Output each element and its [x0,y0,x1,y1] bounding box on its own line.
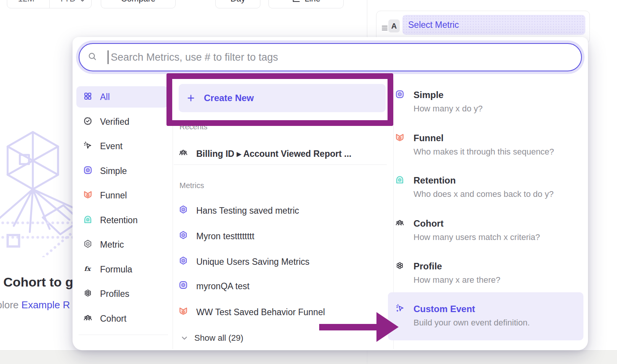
retention-icon [83,215,94,225]
footer-strip [0,350,617,364]
create-new-button[interactable]: Create New [179,84,386,112]
funnel-icon [395,133,406,143]
metric-hexagon-icon [179,256,190,267]
line-chart-icon [292,0,301,3]
select-metric-label: Select Metric [408,20,459,30]
sidebar-item-profiles[interactable]: Profiles [76,283,168,304]
metric-item[interactable]: Unique Users Saving Metrics [179,253,387,270]
profiles-icon [83,288,94,299]
metric-hexagon-icon [179,230,190,242]
show-all-button[interactable]: Show all (29) [180,332,243,345]
metrics-section-label: Metrics [179,181,204,190]
recents-section-label: Recents [179,122,207,131]
plus-icon [186,93,195,103]
retention-icon [395,175,406,186]
date-range-ytd[interactable]: YTD [53,0,92,4]
metric-item[interactable]: Hans Testing saved metric [179,202,387,219]
sidebar-item-formula[interactable]: Formula [76,259,168,280]
query-row-badge: A [388,19,400,32]
profiles-icon [395,261,406,272]
recent-item-billing[interactable]: Billing ID ▸ Account Viewed Report ... [179,145,387,162]
sidebar-item-cohort[interactable]: Cohort [76,308,168,329]
sidebar-item-verified[interactable]: Verified [76,111,168,132]
simple-metric-icon [83,166,94,176]
metric-item[interactable]: myronQA test [179,278,387,295]
grid-icon [83,92,94,102]
funnel-icon [179,306,190,318]
tag-icon [83,350,94,350]
simple-metric-icon [395,90,406,100]
cohort-icon [395,218,406,229]
type-row-funnel[interactable]: Funnel Who makes it through this sequenc… [395,133,581,157]
text-cursor [108,50,108,64]
funnel-icon [83,190,94,201]
drag-handle-icon[interactable] [381,24,388,31]
sidebar-item-retention[interactable]: Retention [76,209,168,231]
type-row-cohort[interactable]: Cohort How many users match x criteria? [395,218,581,242]
sidebar-item-all[interactable]: All [76,86,168,108]
cohort-icon [179,148,190,159]
sidebar-item-event[interactable]: Event [76,135,168,157]
search-icon [88,52,99,63]
search-input[interactable] [110,51,573,64]
sidebar-item-tags[interactable]: Tags [76,345,168,350]
metric-hexagon-icon [83,239,94,250]
date-range-12m[interactable]: 12M [7,0,45,4]
custom-event-icon [395,304,406,314]
compare-button[interactable]: Compare [101,0,176,8]
recents-divider [174,164,387,165]
chevron-down-icon [180,333,189,343]
metric-item[interactable]: Myron testttttttt [179,228,387,245]
chevron-down-icon [78,0,86,3]
report-canvas: r Cohort to ge xplore Example R [0,0,73,350]
sidebar-divider [173,80,173,349]
granularity-button[interactable]: Day [215,0,260,8]
chart-type-button[interactable]: Line [268,0,344,8]
sidebar-item-funnel[interactable]: Funnel [76,185,168,206]
sidebar-item-metric[interactable]: Metric [76,234,168,255]
verified-badge-icon [83,116,94,127]
app-screen: 12M YTD Compare Day Line A Select Metric [0,0,617,364]
sidebar-section-divider [79,335,168,335]
segment-divider [49,0,50,8]
type-row-custom-event[interactable]: Custom Event Build your own event defini… [395,304,581,328]
cohort-icon [83,313,94,324]
metric-search[interactable] [79,43,582,71]
select-metric-field[interactable]: Select Metric [402,15,585,35]
metric-item[interactable]: WW Test Saved Behavior Funnel [179,304,387,321]
date-range-segmented-control[interactable]: 12M YTD [7,0,92,8]
formula-icon [83,264,94,275]
metric-picker-modal: All Verified Event Simple Funnel Retenti… [73,37,588,350]
example-link[interactable]: Example R [21,299,70,311]
background-illustration [0,127,73,257]
type-row-profile[interactable]: Profile How many x are there? [395,261,581,285]
type-row-retention[interactable]: Retention Who does x and comes back to d… [395,175,581,199]
type-row-simple[interactable]: Simple How many x do y? [395,90,581,114]
event-cursor-icon [83,141,94,151]
empty-state-subline: xplore Example R [0,299,70,311]
empty-state-headline: r Cohort to ge [0,275,73,290]
simple-metric-icon [179,280,190,292]
sidebar-item-simple[interactable]: Simple [76,160,168,182]
metric-hexagon-icon [179,205,190,216]
